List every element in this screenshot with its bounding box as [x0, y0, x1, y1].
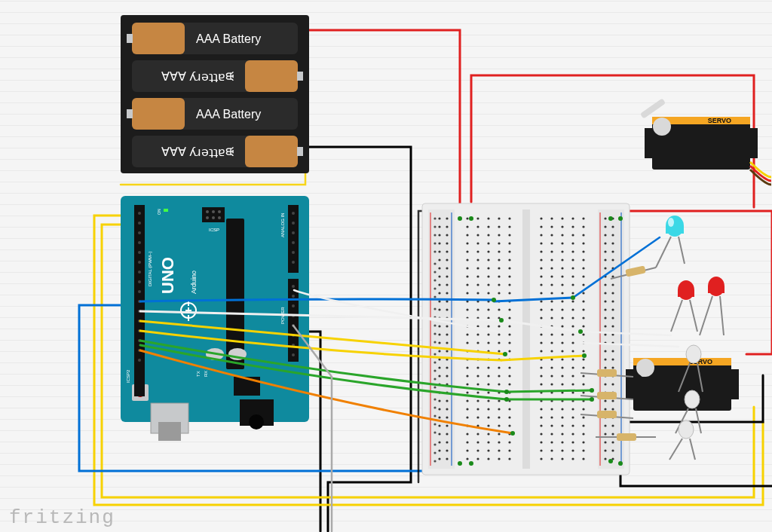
- diagram-canvas: AAA Battery ∀∀∀ ʎɹǝʇʇɐᙠ AAA Battery ∀∀∀ …: [0, 0, 772, 532]
- svg-point-143: [668, 218, 674, 227]
- svg-point-132: [653, 118, 671, 136]
- servo-top: SERVO: [640, 98, 771, 185]
- svg-rect-52: [202, 207, 225, 222]
- battery-pack: AAA Battery ∀∀∀ ʎɹǝʇʇɐᙠ AAA Battery ∀∀∀ …: [121, 15, 309, 173]
- svg-point-44: [292, 285, 295, 288]
- svg-rect-92: [522, 209, 530, 469]
- svg-rect-136: [730, 369, 739, 399]
- svg-text:AAA Battery: AAA Battery: [196, 108, 261, 121]
- svg-text:TX: TX: [196, 371, 201, 377]
- svg-point-45: [292, 295, 295, 298]
- svg-point-63: [249, 414, 264, 430]
- svg-rect-61: [158, 422, 181, 441]
- svg-text:RX: RX: [204, 371, 208, 377]
- svg-rect-124: [604, 216, 619, 466]
- svg-line-153: [720, 296, 724, 335]
- svg-point-53: [206, 210, 209, 213]
- svg-rect-170: [597, 411, 617, 418]
- breadboard: [422, 203, 630, 475]
- svg-text:ANALOG IN: ANALOG IN: [280, 212, 285, 237]
- svg-line-149: [690, 300, 697, 332]
- svg-point-154: [686, 345, 701, 363]
- svg-point-183: [510, 431, 515, 436]
- svg-point-51: [292, 353, 295, 356]
- led-white-3: [669, 420, 695, 460]
- svg-line-144: [656, 237, 671, 268]
- svg-rect-2: [132, 23, 185, 54]
- svg-point-187: [469, 461, 473, 466]
- svg-point-40: [292, 231, 295, 234]
- svg-rect-69: [134, 368, 145, 396]
- svg-point-22: [138, 212, 141, 215]
- svg-line-162: [690, 439, 695, 460]
- svg-text:∀∀∀ ʎɹǝʇʇɐᙠ: ∀∀∀ ʎɹǝʇʇɐᙠ: [161, 145, 234, 158]
- svg-rect-6: [245, 60, 298, 92]
- svg-text:ICSP: ICSP: [209, 228, 219, 232]
- svg-rect-123: [433, 216, 449, 466]
- svg-point-179: [504, 390, 509, 394]
- svg-text:AAA Battery: AAA Battery: [196, 32, 261, 45]
- svg-text:∀∀∀ ʎɹǝʇʇɐᙠ: ∀∀∀ ʎɹǝʇʇɐᙠ: [161, 70, 234, 83]
- svg-point-27: [138, 261, 141, 264]
- svg-point-184: [458, 216, 462, 221]
- svg-line-145: [679, 237, 685, 264]
- led-red-1: [671, 280, 697, 332]
- svg-rect-18: [226, 219, 244, 369]
- svg-point-175: [499, 318, 504, 323]
- svg-rect-82: [164, 209, 168, 212]
- svg-text:UNO: UNO: [158, 257, 177, 294]
- svg-point-30: [138, 290, 141, 293]
- svg-point-28: [138, 271, 141, 274]
- svg-point-177: [503, 352, 507, 356]
- svg-rect-122: [534, 216, 587, 466]
- svg-point-176: [578, 329, 583, 334]
- svg-point-160: [679, 420, 694, 439]
- svg-point-54: [212, 210, 215, 213]
- svg-text:Arduino: Arduino: [190, 271, 198, 294]
- svg-rect-14: [245, 136, 298, 167]
- svg-rect-142: [666, 226, 684, 234]
- svg-point-23: [138, 222, 141, 225]
- svg-text:ICSP2: ICSP2: [126, 369, 130, 383]
- battery-2: ∀∀∀ ʎɹǝʇʇɐᙠ: [132, 60, 303, 92]
- svg-point-26: [138, 251, 141, 254]
- svg-point-180: [590, 388, 594, 393]
- svg-rect-168: [597, 392, 617, 399]
- svg-rect-135: [626, 369, 635, 399]
- svg-point-41: [292, 241, 295, 244]
- svg-text:DIGITAL (PWM~): DIGITAL (PWM~): [148, 251, 152, 286]
- svg-text:SERVO: SERVO: [708, 117, 731, 124]
- svg-rect-10: [132, 98, 185, 130]
- svg-point-178: [582, 353, 587, 358]
- svg-point-37: [138, 359, 141, 362]
- battery-1: AAA Battery: [127, 23, 298, 54]
- svg-rect-129: [749, 128, 758, 158]
- svg-point-186: [458, 461, 462, 466]
- svg-point-174: [571, 295, 575, 300]
- svg-rect-3: [127, 34, 133, 43]
- svg-rect-11: [127, 109, 133, 118]
- svg-text:ON: ON: [157, 209, 161, 215]
- svg-point-25: [138, 241, 141, 244]
- svg-point-157: [685, 390, 700, 408]
- svg-point-38: [292, 212, 295, 215]
- svg-point-182: [590, 397, 594, 402]
- svg-rect-121: [466, 216, 519, 466]
- brand-watermark: fritzing: [9, 506, 115, 529]
- svg-rect-151: [708, 286, 725, 293]
- svg-rect-140: [641, 360, 647, 377]
- svg-point-57: [212, 216, 215, 219]
- svg-point-29: [138, 280, 141, 283]
- svg-point-181: [504, 397, 509, 402]
- svg-line-161: [669, 439, 682, 460]
- svg-line-152: [700, 296, 712, 335]
- battery-3: AAA Battery: [127, 98, 298, 130]
- led-cyan: [656, 216, 685, 268]
- svg-rect-147: [678, 290, 694, 297]
- arduino-uno: ICSP ICSP2 UNO Arduino DIGITAL (PWM~) AN…: [121, 196, 309, 441]
- svg-point-189: [618, 461, 623, 466]
- svg-rect-133: [640, 98, 666, 118]
- svg-rect-172: [617, 433, 636, 441]
- svg-rect-15: [297, 147, 303, 156]
- svg-point-191: [618, 216, 623, 221]
